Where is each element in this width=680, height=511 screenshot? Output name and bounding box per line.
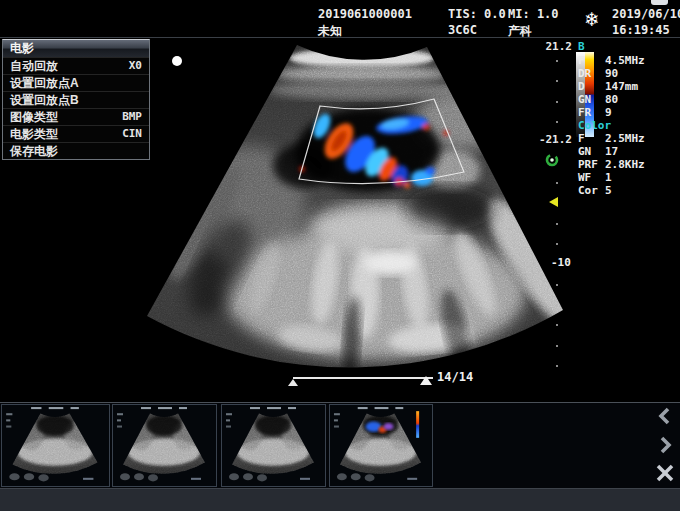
menu-item-1[interactable]: 自动回放X0 [3,57,149,74]
frame-counter: 14/14 [437,370,473,384]
param-row: WF1 [578,171,678,184]
ruler-tick [556,324,558,326]
thumb-next-button[interactable] [656,436,674,458]
focus-marker-icon [549,197,558,207]
ruler-tick [556,243,558,245]
freeze-icon: ❄ [584,8,600,30]
thumb-close-button[interactable] [655,463,675,487]
thumbnail-1[interactable] [1,404,110,487]
menu-item-label: 设置回放点B [10,92,79,108]
thumbnail-2[interactable] [112,404,217,487]
taskbar: EN [0,488,680,511]
ruler-tick [556,284,558,286]
thumbnail-image [222,405,325,486]
velocity-scale-min: -21.2 [529,133,572,146]
ruler-tick [556,182,558,184]
menu-item-label: 保存电影 [10,143,58,159]
thumb-colorbar [416,411,419,438]
thumbnail-image [113,405,216,486]
param-row: Cor5 [578,184,678,197]
imaging-parameters: F4.5MHzDR90D147mmGN80FR9ColorF2.5MHzGN17… [578,54,678,197]
thumbnail-4[interactable] [329,404,433,487]
param-row: DR90 [578,67,678,80]
menu-item-2[interactable]: 设置回放点A [3,74,149,91]
system-date: 2019/06/10 [612,7,680,21]
ruler-tick [556,80,558,82]
param-row: D147mm [578,80,678,93]
thumbnail-image [330,405,432,486]
status-bar: 2019061000001 未知 TIS: 0.0 3C6C MI: 1.0 产… [0,0,680,38]
ruler-tick [556,345,558,347]
param-row: FR9 [578,106,678,119]
probe-orientation-dot [172,56,182,66]
thumb-prev-button[interactable] [656,407,674,429]
menu-item-4[interactable]: 图像类型BMP [3,108,149,125]
ruler-tick [556,304,558,306]
param-row: GN17 [578,145,678,158]
velocity-scale-max: 21.2 [538,40,572,53]
param-row: F4.5MHz [578,54,678,67]
ruler-tick [556,365,558,367]
menu-item-6[interactable]: 保存电影 [3,142,149,159]
menu-item-label: 设置回放点A [10,75,79,91]
ruler-tick [556,141,558,143]
top-corner-indicator [651,0,668,5]
ruler-tick [556,121,558,123]
ruler-tick [556,60,558,62]
system-time: 16:19:45 [612,23,670,37]
cine-slider-position-marker[interactable] [420,376,432,385]
menu-item-label: 自动回放 [10,58,58,74]
param-row: GN80 [578,93,678,106]
ruler-tick [556,101,558,103]
probe-mark-icon [545,153,559,171]
patient-id: 2019061000001 [318,7,412,21]
ruler-tick [556,223,558,225]
menu-item-label: 图像类型 [10,109,58,125]
cine-slider-start-marker[interactable] [288,379,298,386]
thumbnail-strip [0,402,680,488]
menu-item-5[interactable]: 电影类型CIN [3,125,149,142]
param-row: F2.5MHz [578,132,678,145]
cine-menu: 电影 自动回放X0设置回放点A设置回放点B图像类型BMP电影类型CIN保存电影 [2,39,150,160]
probe-model: 3C6C [448,23,477,37]
mi-value: MI: 1.0 [508,7,559,21]
ultrasound-image [130,38,580,383]
cine-slider-track[interactable] [293,377,433,379]
depth-label: -10 [551,256,571,269]
ultrasound-screen: 2019061000001 未知 TIS: 0.0 3C6C MI: 1.0 产… [0,0,680,511]
cine-menu-title[interactable]: 电影 [3,40,149,57]
menu-item-label: 电影类型 [10,126,58,142]
menu-item-3[interactable]: 设置回放点B [3,91,149,108]
thumbnail-image [2,405,109,486]
thumbnail-3[interactable] [221,404,326,487]
tis-value: TIS: 0.0 [448,7,506,21]
color-mode-header: Color [578,119,678,132]
param-row: PRF2.8KHz [578,158,678,171]
